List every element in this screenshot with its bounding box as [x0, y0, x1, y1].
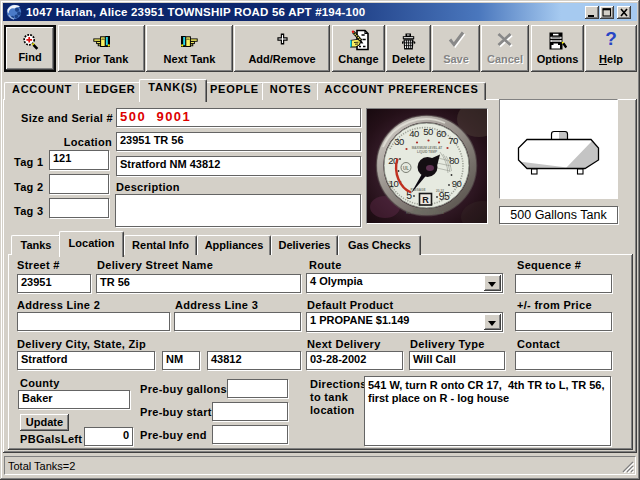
svg-text:PASSAGE: PASSAGE — [411, 188, 426, 192]
svg-text:UL: UL — [403, 166, 409, 171]
svg-text:80: 80 — [449, 155, 459, 166]
svg-text:40: 40 — [409, 128, 419, 139]
svg-text:30: 30 — [394, 136, 404, 147]
svg-text:70: 70 — [448, 135, 458, 146]
svg-text:R: R — [422, 195, 429, 205]
svg-text:LIQUID TEMP: LIQUID TEMP — [417, 150, 437, 154]
svg-text:90: 90 — [452, 178, 462, 189]
svg-text:50: 50 — [423, 126, 433, 137]
svg-text:10: 10 — [389, 178, 399, 189]
svg-text:20-32: 20-32 — [436, 189, 444, 193]
svg-text:60: 60 — [436, 128, 446, 139]
svg-text:ROCHESTER SAVESVILLE: ROCHESTER SAVESVILLE — [406, 211, 444, 215]
